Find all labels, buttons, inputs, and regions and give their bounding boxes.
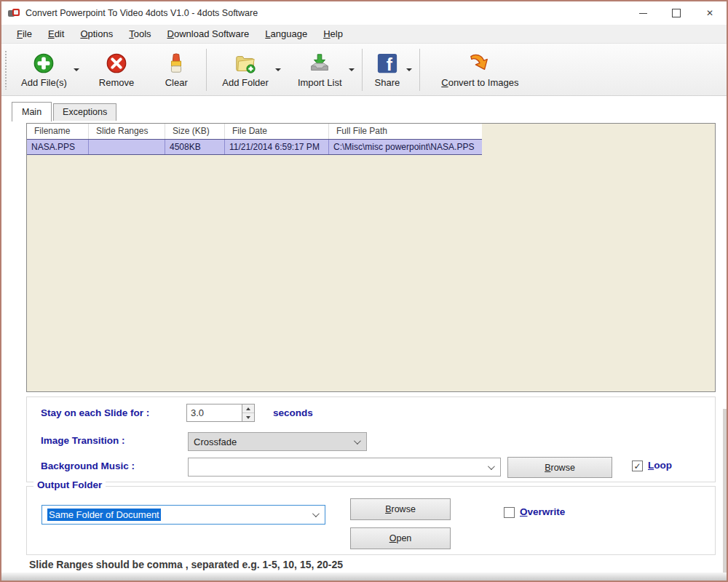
stay-on-slide-label: Stay on each Slide for : [41,407,149,418]
window-title: Convert Powerpoint To Video 4dots V1.0 -… [25,8,258,18]
add-files-button[interactable]: Add File(s) [16,49,72,90]
background-music-select[interactable] [188,458,501,477]
chevron-down-icon [488,463,495,470]
add-folder-icon [234,52,257,75]
import-list-icon [308,52,331,75]
svg-text:f: f [387,55,393,74]
tab-main-label: Main [22,107,41,117]
slide-ranges-hint: Slide Ranges should be comma , separated… [29,559,343,570]
remove-icon [105,52,128,75]
background-music-label: Background Music : [41,461,135,471]
menubar: File Edit Options Tools Download Softwar… [1,25,727,44]
menu-options[interactable]: Options [72,25,121,42]
remove-label: Remove [99,77,134,88]
image-transition-value: Crossfade [194,436,237,447]
column-header-filename[interactable]: Filename [27,124,89,139]
toolbar-grip[interactable] [4,50,7,89]
convert-to-images-button[interactable]: Convert to Images [436,49,523,90]
output-browse-button[interactable]: Browse [350,498,451,520]
output-open-button[interactable]: Open [350,527,451,549]
convert-arrow-icon [468,52,491,75]
import-list-label: Import List [298,77,342,88]
cell-file-date: 11/21/2014 6:59:17 PM [225,140,329,154]
app-icon [7,7,20,20]
close-icon[interactable] [693,1,727,25]
music-browse-button[interactable]: Browse [507,457,612,478]
clear-button[interactable]: Clear [159,49,193,90]
overwrite-label[interactable]: Overwrite [520,506,565,517]
clear-brush-icon [165,52,188,75]
clear-label: Clear [165,77,188,88]
column-header-size[interactable]: Size (KB) [165,124,225,139]
chevron-down-icon [354,437,361,445]
table-row[interactable]: NASA.PPS 4508KB 11/21/2014 6:59:17 PM C:… [27,139,482,155]
app-window: Convert Powerpoint To Video 4dots V1.0 -… [0,0,728,582]
stepper-up-icon[interactable] [242,404,254,413]
maximize-icon[interactable] [660,1,693,25]
image-transition-select[interactable]: Crossfade [188,432,367,451]
column-header-slide-ranges[interactable]: Slide Ranges [89,124,165,139]
stay-seconds-stepper [186,404,255,422]
loop-checkbox[interactable] [632,461,643,471]
add-files-label: Add File(s) [21,77,67,88]
stay-seconds-input[interactable] [186,404,242,422]
add-folder-button[interactable]: Add Folder [217,49,274,90]
cell-full-file-path: C:\Misc\misc powerpoint\NASA.PPS [329,140,482,154]
add-file-icon [32,52,55,75]
overwrite-checkbox[interactable] [504,507,515,518]
seconds-label: seconds [273,407,313,418]
menu-help[interactable]: Help [315,25,351,42]
output-folder-group-label: Output Folder [33,479,106,490]
titlebar: Convert Powerpoint To Video 4dots V1.0 -… [1,1,727,25]
window-bottom-edge [1,573,727,581]
add-files-dropdown-arrow[interactable] [74,68,79,71]
settings-panel: Stay on each Slide for : seconds Image T… [26,396,716,482]
column-header-full-file-path[interactable]: Full File Path [329,124,482,139]
add-folder-dropdown-arrow[interactable] [275,68,281,71]
window-edge [723,409,727,581]
file-list-header: Filename Slide Ranges Size (KB) File Dat… [27,124,482,140]
add-folder-label: Add Folder [222,77,269,88]
remove-button[interactable]: Remove [94,49,139,90]
window-controls [626,1,727,25]
tab-strip: Main Exceptions [12,101,118,121]
tab-main[interactable]: Main [12,102,52,121]
convert-to-images-label: Convert to Images [441,77,518,88]
tab-exceptions-label: Exceptions [63,107,107,117]
cell-size: 4508KB [165,140,225,154]
chevron-down-icon [312,510,320,517]
loop-label[interactable]: Loop [648,460,672,471]
share-button[interactable]: f Share [370,49,405,90]
import-list-button[interactable]: Import List [293,49,347,90]
output-folder-group: Output Folder Same Folder of Document Br… [26,486,716,555]
import-list-dropdown-arrow[interactable] [349,68,355,71]
menu-file[interactable]: File [9,25,40,42]
tab-exceptions[interactable]: Exceptions [53,103,116,121]
menu-language[interactable]: Language [257,25,315,42]
toolbar-separator [362,49,363,91]
toolbar-separator [419,49,420,91]
menu-tools[interactable]: Tools [121,25,159,42]
menu-edit[interactable]: Edit [40,25,72,42]
image-transition-label: Image Transition : [41,435,125,446]
minimize-icon[interactable] [626,1,660,25]
stepper-down-icon[interactable] [242,413,254,421]
cell-slide-ranges [89,140,165,154]
share-label: Share [375,77,400,88]
output-folder-value: Same Folder of Document [47,509,161,521]
column-header-file-date[interactable]: File Date [225,124,329,139]
output-folder-select[interactable]: Same Folder of Document [41,505,325,525]
toolbar-separator [206,49,207,91]
cell-filename: NASA.PPS [27,140,89,154]
facebook-icon: f [376,52,399,75]
share-dropdown-arrow[interactable] [406,68,412,71]
file-list[interactable]: Filename Slide Ranges Size (KB) File Dat… [26,123,716,392]
toolbar: Add File(s) Remove Clear [1,44,727,96]
menu-download-software[interactable]: Download Software [159,25,258,42]
